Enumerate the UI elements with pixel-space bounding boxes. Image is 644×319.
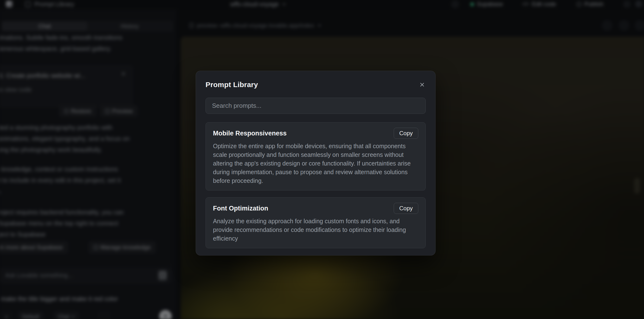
prompt-title: Font Optimization	[213, 205, 268, 212]
search-prompts-input[interactable]	[206, 98, 426, 114]
prompt-library-modal: Prompt Library Mobile Responsiveness Cop…	[196, 71, 436, 256]
close-icon	[419, 82, 425, 88]
prompt-card-font-optimization: Font Optimization Copy Analyze the exist…	[206, 197, 426, 248]
prompt-description: Optimize the entire app for mobile devic…	[213, 142, 418, 185]
copy-button[interactable]: Copy	[394, 203, 418, 214]
prompt-card-mobile-responsiveness: Mobile Responsiveness Copy Optimize the …	[206, 122, 426, 190]
modal-header: Prompt Library	[206, 80, 426, 90]
prompt-description: Analyze the existing approach for loadin…	[213, 217, 418, 243]
copy-button[interactable]: Copy	[394, 128, 418, 139]
app-root: Prompt Library wffs-cloud-voyage Supabas…	[0, 0, 644, 319]
modal-title: Prompt Library	[206, 80, 258, 89]
prompt-title: Mobile Responsiveness	[213, 130, 286, 137]
modal-close-button[interactable]	[418, 81, 426, 88]
prompt-list: Mobile Responsiveness Copy Optimize the …	[206, 122, 426, 253]
